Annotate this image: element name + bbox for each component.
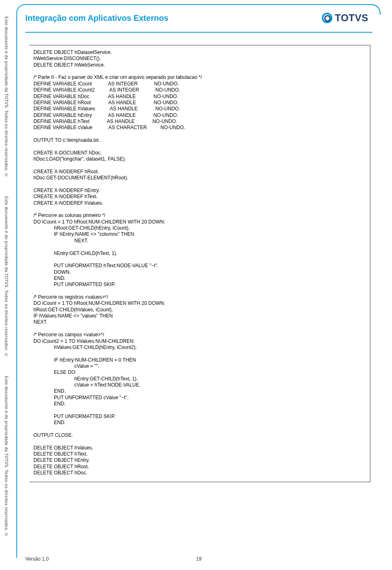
page-header: Integração com Aplicativos Externos TOTV… [25, 12, 372, 24]
footer-page-number: 19 [196, 556, 201, 562]
footer-version: Versão 1.0 [25, 556, 49, 562]
brand-logo: TOTVS [322, 12, 368, 24]
side-ownership-text-2: Este documento é de propriedade da TOTVS… [4, 196, 9, 357]
header-divider [25, 32, 372, 33]
page-footer: Versão 1.0 19 [25, 556, 372, 562]
brand-text: TOTVS [335, 12, 368, 24]
side-ownership-text-3: Este documento é de propriedade da TOTVS… [4, 376, 9, 537]
brand-ring-icon [322, 13, 332, 23]
side-ownership-text-1: Este documento é de propriedade da TOTVS… [4, 16, 9, 177]
page-title: Integração com Aplicativos Externos [25, 13, 168, 23]
code-listing: DELETE OBJECT hDatasetService. hWebServi… [29, 45, 370, 482]
